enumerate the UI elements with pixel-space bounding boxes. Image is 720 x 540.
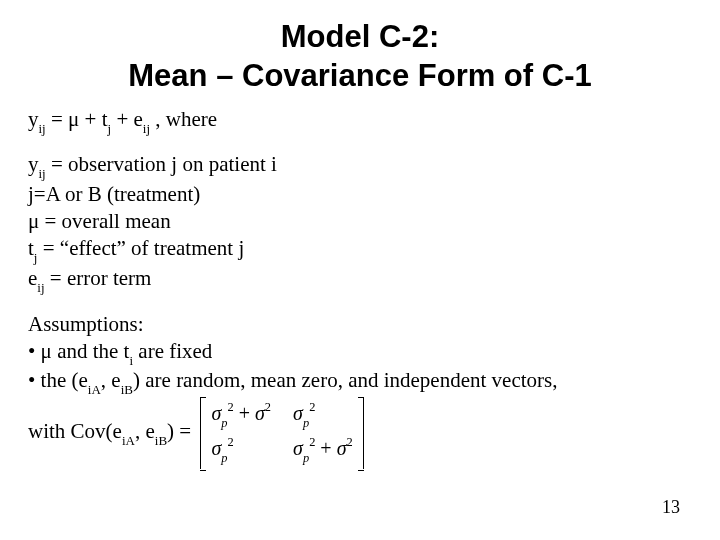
- a1-t-sub: i: [129, 353, 133, 368]
- matrix-cell-21: σp2: [211, 436, 271, 465]
- slide-title: Model C-2: Mean – Covariance Form of C-1: [28, 18, 692, 96]
- def-mu: μ: [28, 209, 39, 233]
- eqn-t-sub: j: [108, 121, 112, 136]
- def-y-text: = observation j on patient i: [46, 152, 277, 176]
- def-y-sub: ij: [39, 166, 46, 181]
- a1-bullet: •: [28, 339, 41, 363]
- a2-sub2: iB: [121, 382, 133, 397]
- matrix-cell-12: σp2: [293, 401, 353, 430]
- a2-text3: ) are random, mean zero, and independent…: [133, 368, 557, 392]
- assumption-2a: • the (eiA, eiB) are random, mean zero, …: [28, 367, 692, 397]
- a3-text2: , e: [135, 419, 155, 443]
- eqn-t: t: [102, 107, 108, 131]
- model-equation: yij = μ + tj + eij , where: [28, 106, 692, 136]
- title-line-1: Model C-2:: [281, 19, 439, 54]
- matrix-cell-11: σp2 + σ2: [211, 401, 271, 430]
- slide: Model C-2: Mean – Covariance Form of C-1…: [0, 0, 720, 540]
- assumption-1: • μ and the ti are fixed: [28, 338, 692, 368]
- eqn-y-sub: ij: [39, 121, 46, 136]
- a1-mu: μ: [41, 339, 52, 363]
- a3-sub2: iB: [155, 433, 167, 448]
- slide-body: yij = μ + tj + eij , where yij = observa…: [28, 106, 692, 469]
- eqn-y: y: [28, 107, 39, 131]
- cov-matrix: σp2 + σ2 σp2 σp2 σp2 + σ2: [200, 397, 363, 469]
- page-number: 13: [662, 497, 680, 518]
- a3-text3: ) =: [167, 419, 191, 443]
- def-j: j=A or B (treatment): [28, 182, 200, 206]
- eqn-plus2: +: [111, 107, 133, 131]
- matrix-cell-22: σp2 + σ2: [293, 436, 353, 465]
- definitions: yij = observation j on patient i j=A or …: [28, 151, 692, 294]
- eqn-e-sub: ij: [143, 121, 150, 136]
- a3-sub1: iA: [122, 433, 135, 448]
- a2-sub1: iA: [88, 382, 101, 397]
- eqn-plus1: +: [79, 107, 101, 131]
- def-e: e: [28, 266, 37, 290]
- eqn-e: e: [134, 107, 143, 131]
- a2-text1: • the (e: [28, 368, 88, 392]
- eqn-tail: , where: [150, 107, 217, 131]
- a1-text2: are fixed: [133, 339, 212, 363]
- a3-text1: with Cov(e: [28, 419, 122, 443]
- def-t: t: [28, 236, 34, 260]
- def-t-text: = “effect” of treatment j: [37, 236, 244, 260]
- def-mu-text: = overall mean: [39, 209, 170, 233]
- eqn-eq: =: [46, 107, 68, 131]
- def-e-sub: ij: [37, 280, 44, 295]
- a1-text1: and the t: [52, 339, 130, 363]
- assumption-2b: with Cov(eiA, eiB) = σp2 + σ2 σp2 σp2 σp…: [28, 397, 692, 469]
- def-e-text: = error term: [45, 266, 152, 290]
- title-line-2: Mean – Covariance Form of C-1: [128, 58, 591, 93]
- def-t-sub: j: [34, 250, 38, 265]
- assumptions-heading: Assumptions:: [28, 311, 692, 338]
- def-y: y: [28, 152, 39, 176]
- a2-text2: , e: [101, 368, 121, 392]
- eqn-mu: μ: [68, 107, 79, 131]
